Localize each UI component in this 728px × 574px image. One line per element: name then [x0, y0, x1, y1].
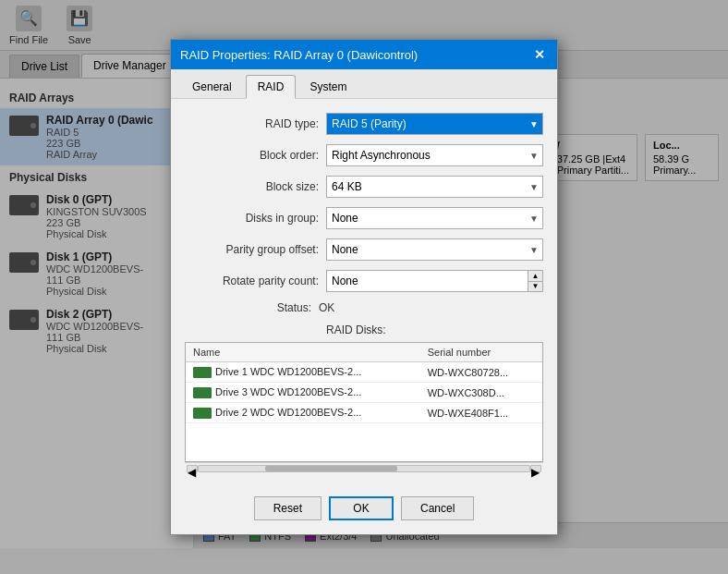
status-row: Status: OK: [185, 301, 543, 314]
block-size-select-wrapper: 64 KB ▼: [326, 176, 543, 198]
modal-close-button[interactable]: ✕: [531, 46, 548, 63]
modal-tab-system-label: System: [309, 80, 346, 93]
raid-disks-title: RAID Disks:: [326, 324, 543, 336]
disk-serial-cell: WD-WXE408F1...: [420, 403, 542, 423]
scrollbar-track[interactable]: [198, 465, 530, 472]
modal-overlay: RAID Properties: RAID Array 0 (Dawicontr…: [0, 0, 728, 574]
block-order-select-wrapper: Right Asynchronous ▼: [326, 144, 543, 166]
disk-serial-cell: WD-WXC308D...: [420, 383, 542, 403]
ok-button[interactable]: OK: [329, 496, 394, 520]
block-size-row: Block size: 64 KB ▼: [185, 176, 543, 198]
modal-tab-bar: General RAID System: [171, 69, 557, 99]
col-serial-header: Serial number: [420, 343, 542, 362]
block-size-label: Block size:: [185, 180, 319, 193]
rotate-parity-label: Rotate parity count:: [185, 275, 319, 287]
modal-tab-general[interactable]: General: [180, 75, 244, 98]
raid-disks-section: RAID Disks: Name Serial number Drive 1 W…: [185, 324, 543, 473]
parity-offset-select[interactable]: None: [326, 238, 543, 261]
raid-disks-table: Name Serial number Drive 1 WDC WD1200BEV…: [186, 343, 542, 423]
rotate-parity-row: Rotate parity count: ▲ ▼: [185, 270, 543, 292]
modal-tab-system[interactable]: System: [297, 75, 358, 98]
modal-footer: Reset OK Cancel: [171, 487, 557, 534]
status-value: OK: [319, 301, 334, 314]
block-order-row: Block order: Right Asynchronous ▼: [185, 144, 543, 166]
table-row[interactable]: Drive 2 WDC WD1200BEVS-2...WD-WXE408F1..…: [186, 403, 542, 423]
cancel-button[interactable]: Cancel: [401, 496, 474, 520]
modal-tab-raid[interactable]: RAID: [246, 75, 297, 99]
disks-in-group-label: Disks in group:: [185, 212, 319, 225]
scrollbar-thumb[interactable]: [265, 466, 397, 471]
raid-disks-table-wrapper[interactable]: Name Serial number Drive 1 WDC WD1200BEV…: [185, 342, 543, 462]
scrollbar-left-arrow[interactable]: ◀: [187, 465, 198, 472]
parity-offset-row: Parity group offset: None ▼: [185, 238, 543, 261]
reset-button[interactable]: Reset: [254, 496, 322, 520]
rotate-parity-input[interactable]: [327, 271, 528, 291]
raid-type-row: RAID type: RAID 5 (Parity) ▼: [185, 113, 543, 135]
col-name-header: Name: [186, 343, 420, 362]
disks-in-group-select-wrapper: None ▼: [326, 207, 543, 229]
disks-in-group-row: Disks in group: None ▼: [185, 207, 543, 229]
rotate-parity-spinner-buttons: ▲ ▼: [528, 271, 542, 291]
raid-type-select[interactable]: RAID 5 (Parity): [326, 113, 543, 135]
disk-name-cell: Drive 3 WDC WD1200BEVS-2...: [186, 383, 420, 403]
parity-offset-select-wrapper: None ▼: [326, 238, 543, 261]
modal-body: RAID type: RAID 5 (Parity) ▼ Block order…: [171, 99, 557, 487]
modal-titlebar: RAID Properties: RAID Array 0 (Dawicontr…: [171, 40, 557, 69]
raid-properties-modal: RAID Properties: RAID Array 0 (Dawicontr…: [170, 39, 558, 535]
disk-name-cell: Drive 1 WDC WD1200BEVS-2...: [186, 362, 420, 383]
disks-in-group-select[interactable]: None: [326, 207, 543, 229]
raid-type-select-wrapper: RAID 5 (Parity) ▼: [326, 113, 543, 135]
disk-name-cell: Drive 2 WDC WD1200BEVS-2...: [186, 403, 420, 423]
disk-serial-cell: WD-WXC80728...: [420, 362, 542, 383]
modal-title: RAID Properties: RAID Array 0 (Dawicontr…: [180, 48, 418, 62]
status-label: Status:: [185, 301, 319, 314]
disk-row-icon: [193, 387, 212, 398]
block-order-label: Block order:: [185, 149, 319, 162]
rotate-parity-spinner: ▲ ▼: [326, 270, 543, 292]
app-background: 🔍 Find File 💾 Save Drive List Drive Mana…: [0, 0, 728, 574]
block-size-select[interactable]: 64 KB: [326, 176, 543, 198]
horizontal-scrollbar[interactable]: ◀ ▶: [185, 462, 543, 473]
raid-type-label: RAID type:: [185, 117, 319, 130]
parity-offset-label: Parity group offset:: [185, 243, 319, 256]
block-order-select[interactable]: Right Asynchronous: [326, 144, 543, 166]
modal-tab-raid-label: RAID: [258, 80, 285, 93]
rotate-parity-increment-button[interactable]: ▲: [528, 271, 542, 282]
disk-row-icon: [193, 367, 212, 378]
table-row[interactable]: Drive 3 WDC WD1200BEVS-2...WD-WXC308D...: [186, 383, 542, 403]
rotate-parity-decrement-button[interactable]: ▼: [528, 282, 542, 292]
table-row[interactable]: Drive 1 WDC WD1200BEVS-2...WD-WXC80728..…: [186, 362, 542, 383]
scrollbar-right-arrow[interactable]: ▶: [530, 465, 541, 472]
disk-row-icon: [193, 408, 212, 419]
modal-tab-general-label: General: [192, 80, 232, 93]
